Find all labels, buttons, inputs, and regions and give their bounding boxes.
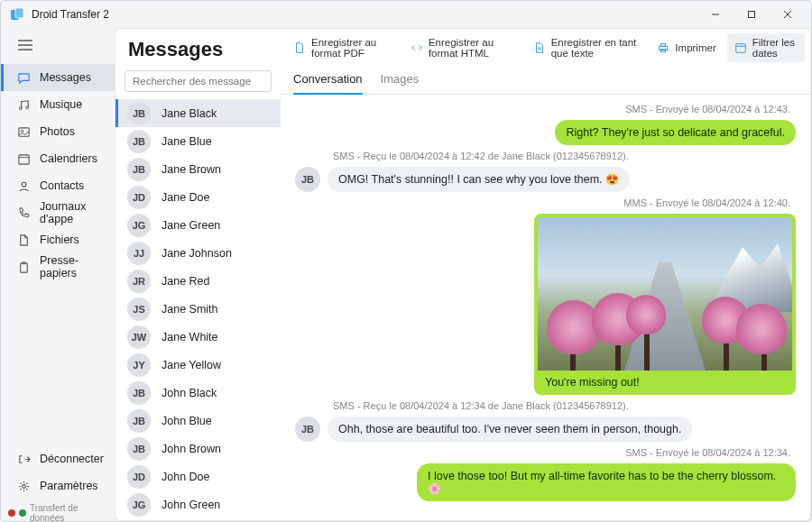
contact-name: Jane Brown	[161, 163, 221, 176]
contact-item[interactable]: JJJane Johnson	[115, 239, 281, 267]
svg-rect-1	[15, 8, 23, 18]
contact-item[interactable]: JBJohn Black	[115, 379, 281, 407]
tab-conversation[interactable]: Conversation	[293, 67, 363, 95]
sidebar-item-music[interactable]: Musique	[1, 91, 115, 118]
contact-item[interactable]: JBJane Blue	[115, 127, 281, 155]
window-minimize[interactable]	[697, 2, 734, 27]
sidebar-item-files[interactable]: Fichiers	[1, 226, 115, 253]
cherry-blossom-emoji: 🌸	[428, 482, 441, 495]
sidebar-item-calllog[interactable]: Journaux d'appe	[1, 199, 115, 226]
status-dot-green	[19, 509, 26, 517]
sidebar-item-messages[interactable]: Messages	[1, 64, 115, 91]
avatar: JB	[127, 158, 151, 181]
contact-name: Jane Johnson	[161, 247, 232, 260]
contact-list[interactable]: JBJane BlackJBJane BlueJBJane BrownJDJan…	[115, 99, 281, 520]
sidebar-item-photos[interactable]: Photos	[1, 118, 115, 145]
sidebar-item-clipboard[interactable]: Presse-papiers	[1, 253, 115, 280]
avatar: JD	[127, 186, 151, 209]
message-bubble-incoming: Ohh, those are beautiful too. I've never…	[328, 417, 692, 442]
titlebar: Droid Transfer 2	[1, 1, 811, 28]
sidebar-item-label: Calendriers	[40, 152, 97, 165]
contact-name: Jane Blue	[161, 135, 212, 148]
app-icon	[10, 7, 24, 22]
status-dot-red	[8, 509, 15, 517]
svg-point-12	[21, 130, 23, 132]
contact-item[interactable]: JBJane Brown	[115, 155, 281, 183]
contact-item[interactable]: JDJohn Doe	[115, 462, 281, 490]
heart-eyes-emoji: 😍	[605, 173, 619, 186]
print-button[interactable]: Imprimer	[650, 38, 723, 58]
filter-dates-button[interactable]: Filtrer les dates	[727, 33, 805, 62]
contact-name: John Blue	[161, 415, 212, 427]
sidebar-item-label: Messages	[40, 71, 91, 84]
message-bubble-outgoing: Right? They're just so delicate and grac…	[555, 120, 796, 145]
photos-icon	[16, 124, 31, 139]
sidebar-item-contacts[interactable]: Contacts	[1, 172, 115, 199]
sidebar-settings[interactable]: Paramètres	[1, 472, 115, 499]
contact-item[interactable]: JGJane Green	[115, 211, 281, 239]
contacts-panel: Messages JBJane BlackJBJane BlueJBJane B…	[115, 28, 281, 521]
contact-item[interactable]: JBJane Black	[115, 99, 281, 127]
search-input[interactable]	[125, 70, 272, 92]
contact-name: John Doe	[161, 471, 210, 483]
contact-name: Jane Doe	[161, 191, 210, 204]
contact-name: Jane Red	[161, 275, 210, 288]
contact-name: Jane White	[161, 331, 218, 343]
avatar: JG	[127, 493, 151, 517]
file-icon	[16, 233, 31, 247]
status-text: Transfert de données	[30, 503, 115, 522]
avatar: JD	[127, 465, 151, 489]
mms-message: You're missing out!	[534, 214, 796, 395]
hamburger-menu[interactable]	[12, 33, 39, 57]
contact-name: Jane Green	[161, 219, 220, 232]
conversation-view[interactable]: SMS - Envoyé le 08/04/2024 à 12:43. Righ…	[281, 95, 810, 520]
contact-item[interactable]: JBJohn Brown	[115, 435, 281, 462]
app-title: Droid Transfer 2	[32, 8, 109, 21]
gear-icon	[16, 479, 31, 493]
svg-rect-18	[20, 262, 27, 271]
message-meta: SMS - Reçu le 08/04/2024 à 12:34 de Jane…	[333, 400, 796, 411]
printer-icon	[657, 41, 669, 54]
window-close[interactable]	[770, 2, 806, 27]
avatar: JS	[127, 298, 151, 321]
contact-item[interactable]: JGJohn Green	[115, 490, 281, 518]
export-html-button[interactable]: Enregistrer au format HTML	[403, 33, 522, 62]
toolbar: Enregistrer au format PDF Enregistrer au…	[281, 29, 810, 67]
sidebar-item-label: Journaux d'appe	[40, 200, 115, 225]
contact-name: John Green	[161, 499, 220, 511]
export-pdf-button[interactable]: Enregistrer au format PDF	[286, 33, 400, 62]
window-maximize[interactable]	[734, 2, 770, 27]
svg-rect-13	[18, 154, 28, 163]
contact-item[interactable]: JYJane Yellow	[115, 351, 281, 379]
contact-item[interactable]: JRJane Red	[115, 267, 281, 295]
avatar: JB	[127, 130, 151, 153]
contact-item[interactable]: JBJohn Blue	[115, 407, 281, 435]
message-meta: SMS - Envoyé le 08/04/2024 à 12:34.	[295, 447, 796, 458]
html-icon	[411, 41, 423, 54]
contact-name: John Black	[161, 387, 217, 399]
contact-name: Jane Smith	[161, 303, 218, 316]
contact-name: Jane Black	[161, 107, 217, 120]
avatar: JW	[127, 325, 151, 349]
contact-item[interactable]: JWJane White	[115, 323, 281, 351]
export-text-button[interactable]: Enregistrer en tant que texte	[526, 33, 647, 62]
tab-images[interactable]: Images	[381, 67, 420, 94]
contact-item[interactable]: JSJane Smith	[115, 295, 281, 323]
message-meta: SMS - Envoyé le 08/04/2024 à 12:43.	[295, 104, 796, 114]
contact-item[interactable]: JDJane Doe	[115, 183, 281, 211]
mms-image-cherry-blossom	[538, 217, 792, 371]
pdf-icon	[293, 41, 306, 54]
message-row: Right? They're just so delicate and grac…	[295, 120, 796, 145]
avatar: JG	[127, 214, 151, 237]
message-bubble-outgoing: I love those too! But my all-time favori…	[417, 463, 796, 501]
mms-caption: You're missing out!	[538, 371, 792, 391]
music-icon	[16, 97, 31, 112]
svg-point-10	[25, 105, 28, 108]
sidebar-disconnect[interactable]: Déconnecter	[1, 445, 115, 472]
sidebar-item-label: Presse-papiers	[40, 254, 115, 279]
svg-rect-3	[749, 12, 755, 18]
avatar: JR	[127, 270, 151, 293]
avatar: JB	[127, 409, 151, 433]
sidebar-item-calendars[interactable]: Calendriers	[1, 145, 115, 172]
message-meta: SMS - Reçu le 08/04/2024 à 12:42 de Jane…	[333, 151, 796, 161]
